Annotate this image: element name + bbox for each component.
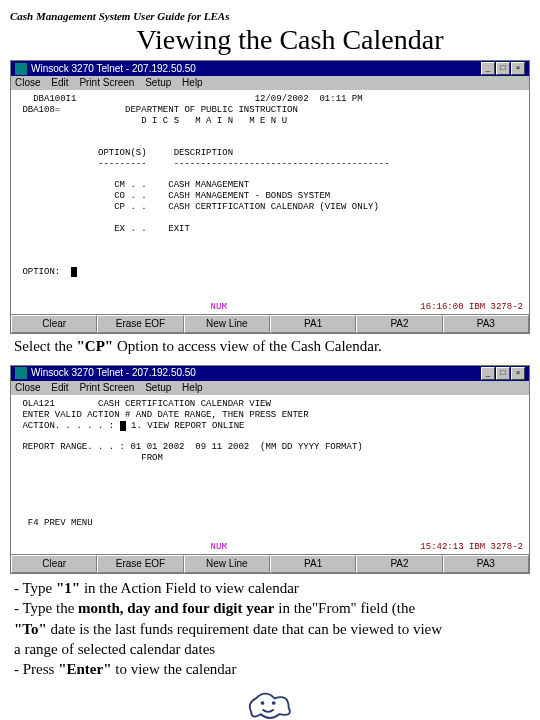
minimize-icon[interactable]: _ [481, 367, 495, 380]
doc-header-small: Cash Management System User Guide for LE… [10, 10, 530, 22]
menubar: Close Edit Print Screen Setup Help [11, 381, 529, 395]
option-code: CM . . [114, 180, 146, 190]
menu-item[interactable]: Print Screen [79, 382, 134, 393]
screen-code: OLA121 [22, 399, 54, 409]
divider: --------- [98, 159, 147, 169]
cursor-icon [71, 267, 77, 277]
option-code: CO . . [114, 191, 146, 201]
fn-pa3[interactable]: PA3 [443, 555, 529, 573]
window-title: Winsock 3270 Telnet - 207.192.50.50 [31, 367, 196, 379]
instruction-text: Select the "CP" Option to access view of… [14, 338, 530, 355]
minimize-icon[interactable]: _ [481, 62, 495, 75]
menu-item[interactable]: Close [15, 77, 41, 88]
col-header: DESCRIPTION [174, 148, 233, 158]
maximize-icon[interactable]: □ [496, 367, 510, 380]
range-to: 09 11 2002 [195, 442, 249, 452]
from-tag: FROM [141, 453, 163, 463]
window-title: Winsock 3270 Telnet - 207.192.50.50 [31, 63, 196, 75]
instruction-list: - Type "1" in the Action Field to view c… [14, 578, 530, 679]
footer-hint: F4 PREV MENU [28, 518, 93, 528]
fn-erase-eof[interactable]: Erase EOF [97, 555, 183, 573]
status-num: NUM [211, 302, 227, 313]
app-icon [15, 63, 27, 75]
status-line: NUM 16:16:00 IBM 3278-2 [17, 302, 523, 313]
screen-menu-title: CASH CERTIFICATION CALENDAR VIEW [98, 399, 271, 409]
function-key-row: Clear Erase EOF New Line PA1 PA2 PA3 [11, 554, 529, 573]
menu-item[interactable]: Edit [51, 382, 68, 393]
option-desc: CASH MANAGEMENT [168, 180, 249, 190]
svg-point-0 [261, 701, 265, 705]
menu-item[interactable]: Help [182, 77, 203, 88]
menu-item[interactable]: Setup [145, 77, 171, 88]
range-from: 01 01 2002 [130, 442, 184, 452]
fn-clear[interactable]: Clear [11, 555, 97, 573]
action-desc: 1. VIEW REPORT ONLINE [131, 421, 244, 431]
terminal-window-2: Winsock 3270 Telnet - 207.192.50.50 _ □ … [10, 365, 530, 574]
close-icon[interactable]: × [511, 62, 525, 75]
option-desc: CASH MANAGEMENT - BONDS SYSTEM [168, 191, 330, 201]
svg-point-1 [272, 701, 276, 705]
option-code: CP . . [114, 202, 146, 212]
divider: ---------------------------------------- [174, 159, 390, 169]
menubar: Close Edit Print Screen Setup Help [11, 76, 529, 90]
fn-pa3[interactable]: PA3 [443, 315, 529, 333]
menu-item[interactable]: Close [15, 382, 41, 393]
screen-datetime: 12/09/2002 01:11 PM [255, 94, 363, 104]
option-desc: EXIT [168, 224, 190, 234]
col-header: OPTION(S) [98, 148, 147, 158]
screen-code: DBA100I1 [33, 94, 76, 104]
menu-item[interactable]: Print Screen [79, 77, 134, 88]
option-desc: CASH CERTIFICATION CALENDAR (VIEW ONLY) [168, 202, 379, 212]
close-icon[interactable]: × [511, 367, 525, 380]
fn-pa1[interactable]: PA1 [270, 555, 356, 573]
maximize-icon[interactable]: □ [496, 62, 510, 75]
option-prompt: OPTION: [22, 267, 60, 277]
terminal-screen[interactable]: DBA100I1 12/09/2002 01:11 PM DBA108= DEP… [11, 90, 529, 314]
decorative-doodle-icon [10, 683, 530, 720]
terminal-screen[interactable]: OLA121 CASH CERTIFICATION CALENDAR VIEW … [11, 395, 529, 554]
status-num: NUM [211, 542, 227, 553]
screen-instruction: ENTER VALID ACTION # AND DATE RANGE, THE… [22, 410, 308, 420]
menu-item[interactable]: Help [182, 382, 203, 393]
cursor-icon [120, 421, 126, 431]
status-right: 16:16:00 IBM 3278-2 [420, 302, 523, 313]
terminal-window-1: Winsock 3270 Telnet - 207.192.50.50 _ □ … [10, 60, 530, 334]
page-title: Viewing the Cash Calendar [10, 24, 530, 56]
app-icon [15, 367, 27, 379]
fn-erase-eof[interactable]: Erase EOF [97, 315, 183, 333]
range-format: (MM DD YYYY FORMAT) [260, 442, 363, 452]
menu-item[interactable]: Setup [145, 382, 171, 393]
fn-new-line[interactable]: New Line [184, 555, 270, 573]
menu-item[interactable]: Edit [51, 77, 68, 88]
option-code: EX . . [114, 224, 146, 234]
fn-new-line[interactable]: New Line [184, 315, 270, 333]
function-key-row: Clear Erase EOF New Line PA1 PA2 PA3 [11, 314, 529, 333]
screen-agency: DBA108= [22, 105, 60, 115]
action-label: ACTION. . . . . : [22, 421, 114, 431]
screen-menu-title: D I C S M A I N M E N U [141, 116, 287, 126]
status-line: NUM 15:42:13 IBM 3278-2 [17, 542, 523, 553]
titlebar: Winsock 3270 Telnet - 207.192.50.50 _ □ … [11, 61, 529, 76]
range-label: REPORT RANGE. . . : [22, 442, 125, 452]
status-right: 15:42:13 IBM 3278-2 [420, 542, 523, 553]
fn-clear[interactable]: Clear [11, 315, 97, 333]
screen-dept: DEPARTMENT OF PUBLIC INSTRUCTION [125, 105, 298, 115]
titlebar: Winsock 3270 Telnet - 207.192.50.50 _ □ … [11, 366, 529, 381]
fn-pa2[interactable]: PA2 [356, 555, 442, 573]
fn-pa1[interactable]: PA1 [270, 315, 356, 333]
fn-pa2[interactable]: PA2 [356, 315, 442, 333]
